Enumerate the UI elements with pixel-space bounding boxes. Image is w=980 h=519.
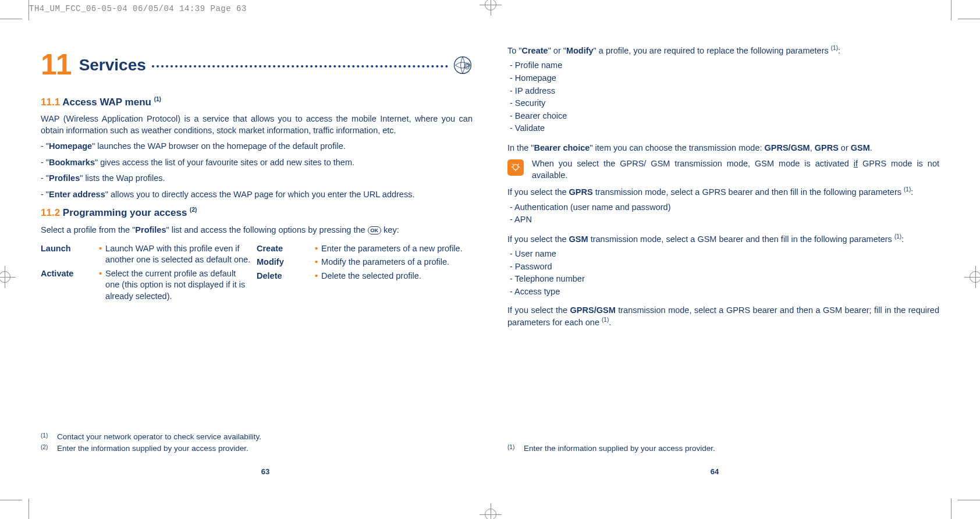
footnote-marker: (2) [41,443,57,454]
footnote-ref: (1) [154,96,161,102]
wap-menu-item: - "Homepage" launches the WAP browser on… [41,141,473,152]
dotted-leader [152,59,448,67]
crop-mark [951,0,951,20]
registration-mark [0,271,10,283]
option-row: Create•Enter the parameters of a new pro… [257,243,473,255]
list-item: - Homepage [510,73,939,84]
text: " or " [548,46,566,55]
text: transmission mode, select a GSM bearer a… [588,234,894,244]
option-desc: Select the current profile as default on… [105,268,257,303]
list-item: - Bearer choice [510,111,939,122]
footnotes: (1)Enter the information supplied by you… [507,442,939,455]
footnote-ref: (1) [904,186,911,193]
section-number: 11.1 [41,96,60,107]
underline: if [854,159,858,168]
list-item: - Password [510,261,939,273]
wap-menu-list: - "Homepage" launches the WAP browser on… [41,141,473,200]
wap-menu-item: - "Enter address" allows you to directly… [41,189,473,201]
chapter-title: Services [79,54,146,76]
list-item: - Authentication (user name and password… [510,202,939,214]
chapter-number: 11 [41,45,71,85]
option-term: Delete [257,271,315,282]
create-modify-intro: To "Create" or "Modify" a profile, you a… [507,44,939,56]
option-row: Modify•Modify the parameters of a profil… [257,257,473,268]
footnotes: (1)Contact your network operator to chec… [41,431,473,455]
globe-at-icon: @ [453,55,473,75]
crop-mark [29,499,29,519]
tip-box: When you select the GPRS/ GSM transmissi… [507,158,939,181]
crop-mark [958,19,980,19]
bullet-icon: • [315,243,318,255]
crop-mark [958,500,980,500]
list-item: - APN [510,214,939,226]
bullet-icon: • [315,257,318,268]
option-row: Launch•Launch WAP with this profile even… [41,243,257,266]
text: If you select the [507,305,570,315]
section-11-2-heading: 11.2 Programming your access (2) [41,206,473,220]
footnote-marker: (1) [41,432,57,442]
option-row: Delete•Delete the selected profile. [257,271,473,282]
gprs-gsm-mode-line: If you select the GPRS/GSM transmission … [507,305,939,329]
text: When you select the GPRS/ GSM transmissi… [532,159,854,168]
svg-line-7 [518,164,519,165]
registration-mark [485,0,496,10]
footnote-text: Contact your network operator to check s… [57,432,261,442]
bold: GPRS/GSM [570,305,616,315]
bold: GPRS [815,143,839,152]
footnote-text: Enter the information supplied by your a… [524,443,715,454]
text: " a profile, you are required to replace… [594,46,831,55]
bold: Profiles [135,225,166,234]
registration-mark [485,509,496,519]
text: Select a profile from the " [41,225,135,234]
svg-line-6 [513,164,513,165]
text: " item you can choose the transmission m… [590,143,764,152]
options-col-left: Launch•Launch WAP with this profile even… [41,241,257,305]
option-term: Create [257,243,315,255]
list-item: - Validate [510,123,939,134]
section-11-1-heading: 11.1 Access WAP menu (1) [41,95,473,109]
bullet-icon: • [315,271,318,282]
crop-mark [951,499,951,519]
list-item: - Security [510,98,939,109]
bold: GPRS/GSM [765,143,810,152]
option-desc: Delete the selected profile. [321,271,473,282]
bold: GSM [569,234,588,244]
bold: Modify [566,46,594,55]
section-title: Access WAP menu [62,96,151,107]
print-header: TH4_UM_FCC_06-05-04 06/05/04 14:39 Page … [29,3,247,15]
footnote-marker: (1) [507,443,524,454]
gsm-params-list: - User name- Password- Telephone number-… [507,248,939,297]
page-number: 64 [490,467,939,477]
ok-key-icon: OK [368,226,382,234]
tip-text: When you select the GPRS/ GSM transmissi… [532,158,939,181]
svg-point-2 [513,165,519,170]
bold: Bearer choice [534,143,590,152]
option-row: Activate•Select the current profile as d… [41,268,257,303]
option-term: Modify [257,257,315,268]
text: If you select the [507,234,569,244]
gprs-params-list: - Authentication (user name and password… [507,202,939,226]
list-item: - Telephone number [510,273,939,285]
page-63: 11 Services @ 11.1 Access WAP menu (1) W… [41,35,490,484]
bullet-icon: • [99,243,102,266]
footnote: (2)Enter the information supplied by you… [41,443,473,454]
lightbulb-icon [507,159,524,176]
profile-options: Launch•Launch WAP with this profile even… [41,241,473,305]
section-number: 11.2 [41,207,60,218]
text: " list and access the following options … [166,225,368,234]
page-spread: 11 Services @ 11.1 Access WAP menu (1) W… [41,35,939,484]
svg-text:@: @ [464,62,471,70]
profile-params-list: - Profile name- Homepage- IP address- Se… [507,60,939,134]
profiles-intro: Select a profile from the "Profiles" lis… [41,225,473,236]
gsm-mode-line: If you select the GSM transmission mode,… [507,233,939,245]
list-item: - Access type [510,286,939,298]
list-item: - IP address [510,86,939,97]
text: To " [507,46,522,55]
section-title: Programming your access [63,207,187,218]
gprs-mode-line: If you select the GPRS transmission mode… [507,186,939,198]
wap-menu-item: - "Profiles" lists the Wap profiles. [41,173,473,184]
bold: Create [522,46,548,55]
option-term: Launch [41,243,99,266]
page-number: 63 [41,467,490,477]
option-desc: Launch WAP with this profile even if ano… [105,243,257,266]
